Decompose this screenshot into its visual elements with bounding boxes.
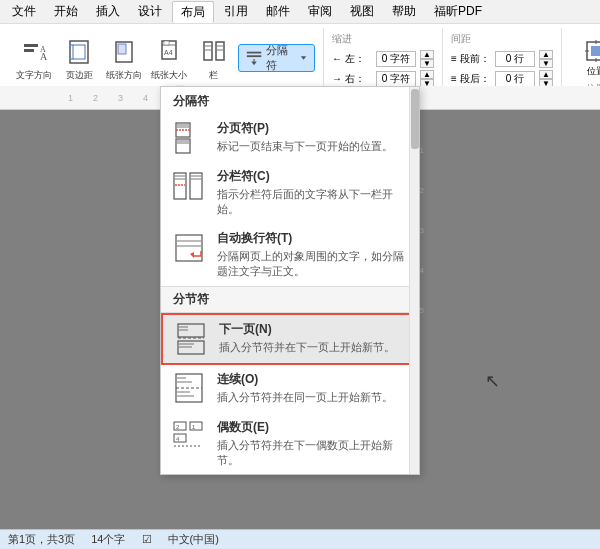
- section-break-header: 分节符: [161, 286, 419, 313]
- indent-left-row: ← 左： ▲ ▼: [332, 50, 434, 68]
- status-chars[interactable]: 14个字: [91, 532, 125, 547]
- spacing-before-arrows: ▲ ▼: [539, 50, 553, 68]
- indent-left-input[interactable]: [376, 51, 416, 67]
- line-break-icon: [171, 230, 207, 266]
- scrollbar-thumb: [411, 89, 419, 149]
- menu-foxitpdf[interactable]: 福昕PDF: [426, 1, 490, 22]
- svg-text:2: 2: [176, 424, 180, 430]
- menu-mailings[interactable]: 邮件: [258, 1, 298, 22]
- next-page-desc: 插入分节符并在下一页上开始新节。: [219, 340, 395, 355]
- menu-file[interactable]: 文件: [4, 1, 44, 22]
- spacing-before-down[interactable]: ▼: [539, 59, 553, 68]
- continuous-text: 连续(O) 插入分节符并在同一页上开始新节。: [217, 371, 393, 405]
- column-break-icon: [171, 168, 207, 204]
- mouse-cursor: ↖: [485, 370, 500, 392]
- svg-text:A: A: [40, 45, 46, 54]
- column-break-name: 分栏符(C): [217, 168, 409, 185]
- orientation-icon: [108, 36, 140, 68]
- position-button[interactable]: 位置: [574, 32, 600, 82]
- line-break-text: 自动换行符(T) 分隔网页上的对象周围的文字，如分隔题注文字与正文。: [217, 230, 409, 280]
- menu-references[interactable]: 引用: [216, 1, 256, 22]
- menu-bar: 文件 开始 插入 设计 布局 引用 邮件 审阅 视图 帮助 福昕PDF: [0, 0, 600, 24]
- menu-view[interactable]: 视图: [342, 1, 382, 22]
- dropdown-arrow-icon: [299, 53, 308, 63]
- svg-rect-50: [178, 341, 204, 354]
- continuous-break-item[interactable]: 连续(O) 插入分节符并在同一页上开始新节。: [161, 365, 419, 413]
- svg-text:1: 1: [192, 424, 196, 430]
- menu-help[interactable]: 帮助: [384, 1, 424, 22]
- indent-left-up[interactable]: ▲: [420, 50, 434, 59]
- svg-rect-14: [204, 42, 212, 60]
- svg-marker-23: [251, 62, 256, 66]
- spacing-before-input[interactable]: [495, 51, 535, 67]
- page-break-name: 分页符(P): [217, 120, 393, 137]
- svg-rect-39: [190, 173, 202, 199]
- svg-text:4: 4: [176, 436, 180, 442]
- indent-left-arrows: ▲ ▼: [420, 50, 434, 68]
- next-page-break-item[interactable]: 下一页(N) 插入分节符并在下一页上开始新节。: [161, 313, 419, 365]
- svg-rect-21: [247, 55, 261, 57]
- separator-section-title: 分隔符: [161, 87, 419, 114]
- breaks-dropdown-menu: 分隔符 分页符(P) 标记一页结束与下一页开始的位置。: [160, 86, 420, 475]
- column-break-desc: 指示分栏符后面的文字将从下一栏开始。: [217, 187, 409, 218]
- status-lang[interactable]: 中文(中国): [168, 532, 219, 547]
- orientation-button[interactable]: 纸张方向: [104, 32, 145, 84]
- ribbon-btn-row: A A 文字方向 页边距: [14, 28, 315, 84]
- menu-review[interactable]: 审阅: [300, 1, 340, 22]
- even-page-break-item[interactable]: 2 4 1 偶数页(E) 插入分节符并在下一偶数页上开始新节。: [161, 413, 419, 475]
- line-break-desc: 分隔网页上的对象周围的文字，如分隔题注文字与正文。: [217, 249, 409, 280]
- page-break-icon: [171, 120, 207, 156]
- svg-rect-0: [24, 44, 38, 47]
- spacing-before-label: ≡ 段前：: [451, 52, 491, 66]
- continuous-break-icon: [171, 371, 207, 407]
- next-page-name: 下一页(N): [219, 321, 395, 338]
- line-break-item[interactable]: 自动换行符(T) 分隔网页上的对象周围的文字，如分隔题注文字与正文。: [161, 224, 419, 286]
- columns-icon: [198, 36, 230, 68]
- indent-right-label: → 右：: [332, 72, 372, 86]
- margins-label: 页边距: [66, 70, 93, 81]
- indent-right-up[interactable]: ▲: [420, 70, 434, 79]
- svg-rect-9: [118, 44, 126, 54]
- position-label: 位置: [587, 65, 600, 78]
- indent-right-input[interactable]: [376, 71, 416, 87]
- menu-design[interactable]: 设计: [130, 1, 170, 22]
- svg-rect-49: [178, 324, 204, 337]
- spacing-before-row: ≡ 段前： ▲ ▼: [451, 50, 553, 68]
- svg-rect-26: [591, 46, 600, 56]
- svg-text:A4: A4: [164, 49, 173, 56]
- spacing-after-up[interactable]: ▲: [539, 70, 553, 79]
- indent-left-down[interactable]: ▼: [420, 59, 434, 68]
- spacing-after-label: ≡ 段后：: [451, 72, 491, 86]
- svg-marker-24: [301, 56, 306, 60]
- dropdown-scrollbar[interactable]: [409, 87, 419, 474]
- breaks-dropdown-button[interactable]: 分隔符: [238, 44, 315, 72]
- position-icon: [582, 37, 600, 65]
- spacing-group-title: 间距: [451, 32, 553, 46]
- svg-rect-5: [73, 45, 85, 59]
- svg-rect-38: [174, 173, 186, 199]
- indent-label: 缩进: [332, 32, 434, 46]
- svg-rect-45: [176, 235, 202, 261]
- margins-button[interactable]: 页边距: [59, 32, 100, 84]
- spacing-before-up[interactable]: ▲: [539, 50, 553, 59]
- page-break-desc: 标记一页结束与下一页开始的位置。: [217, 139, 393, 154]
- menu-insert[interactable]: 插入: [88, 1, 128, 22]
- indent-left-label: ← 左：: [332, 52, 372, 66]
- columns-button[interactable]: 栏: [193, 32, 234, 84]
- right-ruler: 12345: [420, 130, 424, 330]
- paper-size-label: 纸张大小: [151, 70, 187, 81]
- line-break-name: 自动换行符(T): [217, 230, 409, 247]
- text-direction-icon: A A: [18, 36, 50, 68]
- menu-layout[interactable]: 布局: [172, 1, 214, 23]
- spacing-after-input[interactable]: [495, 71, 535, 87]
- page-break-text: 分页符(P) 标记一页结束与下一页开始的位置。: [217, 120, 393, 154]
- text-direction-button[interactable]: A A 文字方向: [14, 32, 55, 84]
- menu-start[interactable]: 开始: [46, 1, 86, 22]
- svg-rect-1: [24, 49, 34, 52]
- continuous-desc: 插入分节符并在同一页上开始新节。: [217, 390, 393, 405]
- page-break-item[interactable]: 分页符(P) 标记一页结束与下一页开始的位置。: [161, 114, 419, 162]
- svg-rect-15: [216, 42, 224, 60]
- paper-size-button[interactable]: A4 纸张大小: [148, 32, 189, 84]
- even-page-icon: 2 4 1: [171, 419, 207, 455]
- column-break-item[interactable]: 分栏符(C) 指示分栏符后面的文字将从下一栏开始。: [161, 162, 419, 224]
